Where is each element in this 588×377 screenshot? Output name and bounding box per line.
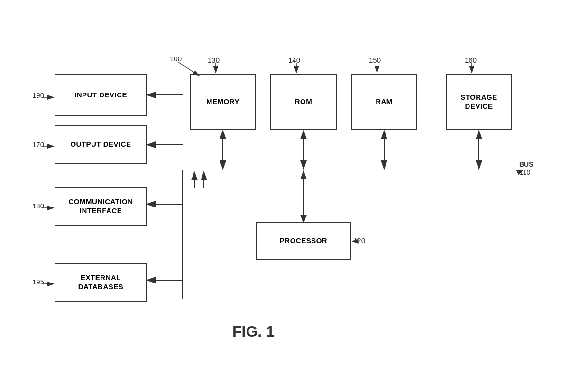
comm-interface-label: COMMUNICATION INTERFACE xyxy=(68,197,133,216)
ref-100: 100 xyxy=(170,55,182,63)
ref-120: 120 xyxy=(353,236,365,245)
ram-label: RAM xyxy=(376,97,393,106)
rom-box: ROM xyxy=(270,74,337,130)
storage-device-box: STORAGE DEVICE xyxy=(446,74,512,130)
ram-box: RAM xyxy=(351,74,417,130)
external-db-label: EXTERNAL DATABASES xyxy=(78,273,124,292)
bus-label: BUS xyxy=(519,160,533,168)
memory-box: MEMORY xyxy=(190,74,256,130)
figure-label: FIG. 1 xyxy=(232,323,275,340)
ref-180: 180 xyxy=(32,202,44,210)
rom-label: ROM xyxy=(295,97,312,106)
memory-label: MEMORY xyxy=(206,97,239,106)
output-device-label: OUTPUT DEVICE xyxy=(70,140,131,149)
diagram-container: INPUT DEVICE OUTPUT DEVICE COMMUNICATION… xyxy=(0,0,588,377)
input-device-box: INPUT DEVICE xyxy=(55,74,147,116)
ref-140: 140 xyxy=(288,56,300,64)
ref-130: 130 xyxy=(208,56,220,64)
comm-interface-box: COMMUNICATION INTERFACE xyxy=(55,187,147,226)
ref-170: 170 xyxy=(32,141,44,149)
processor-box: PROCESSOR xyxy=(256,222,351,260)
input-device-label: INPUT DEVICE xyxy=(74,90,127,100)
ref-160: 160 xyxy=(465,56,477,64)
storage-label: STORAGE DEVICE xyxy=(460,93,497,111)
ref-195: 195 xyxy=(32,278,44,286)
ref-150: 150 xyxy=(369,56,381,64)
output-device-box: OUTPUT DEVICE xyxy=(55,125,147,164)
external-db-box: EXTERNAL DATABASES xyxy=(55,263,147,302)
ref-190: 190 xyxy=(32,91,44,99)
ref-110: 110 xyxy=(519,169,530,176)
processor-label: PROCESSOR xyxy=(280,236,327,245)
